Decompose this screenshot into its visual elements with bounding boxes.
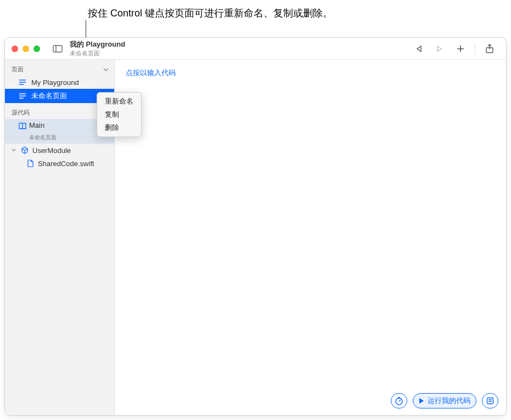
sidebar-file-sharedcode[interactable]: SharedCode.swift: [5, 157, 114, 170]
share-icon: [485, 44, 494, 54]
source-header-label: 源代码: [12, 109, 30, 117]
callout-text: 按住 Control 键点按页面可进行重新命名、复制或删除。: [88, 7, 333, 20]
svg-point-11: [396, 398, 402, 405]
sidebar-item-label: My Playground: [31, 78, 79, 87]
context-menu: 重新命名 复制 删除: [97, 92, 142, 137]
page-icon: [18, 78, 27, 87]
play-icon: [419, 398, 424, 404]
chevron-down-icon: [103, 66, 109, 73]
sidebar-page-my-playground[interactable]: My Playground: [5, 76, 114, 89]
book-icon: [18, 122, 27, 130]
plus-icon: [456, 44, 465, 53]
menu-item-duplicate[interactable]: 复制: [97, 108, 141, 121]
window-title: 我的 Playground: [70, 39, 412, 49]
nav-forward-button[interactable]: [433, 42, 446, 55]
zoom-window-button[interactable]: [33, 46, 40, 52]
traffic-lights: [12, 46, 40, 52]
chevron-down-icon: [12, 147, 17, 154]
minimize-window-button[interactable]: [23, 46, 29, 52]
sidebar-toggle-button[interactable]: [50, 43, 65, 55]
pages-header-label: 页面: [12, 65, 24, 73]
body: 页面 My Playground 未命名页面 源代码: [5, 60, 506, 415]
toolbar-divider: [475, 43, 475, 54]
module-icon: [20, 146, 29, 155]
toolbar-right: [412, 42, 499, 55]
sidebar-item-label: SharedCode.swift: [38, 160, 94, 168]
editor-area[interactable]: 点按以输入代码 运行我的代码: [115, 60, 506, 415]
sidebar-item-sublabel: 未命名页面: [29, 134, 57, 141]
swift-file-icon: [26, 159, 35, 168]
window-subtitle: 未命名页面: [70, 49, 412, 58]
results-button[interactable]: [482, 393, 498, 408]
share-button[interactable]: [483, 42, 496, 55]
title-block: 我的 Playground 未命名页面: [65, 39, 412, 58]
run-code-button[interactable]: 运行我的代码: [413, 393, 476, 408]
menu-item-rename[interactable]: 重新命名: [97, 95, 141, 108]
bottom-bar: 运行我的代码: [391, 393, 498, 408]
triangle-left-icon: [415, 45, 422, 53]
svg-rect-0: [53, 46, 62, 52]
list-icon: [486, 397, 494, 405]
page-icon: [18, 92, 27, 100]
gauge-icon: [395, 396, 403, 405]
app-window: 我的 Playground 未命名页面 页面: [4, 37, 507, 416]
sidebar-module-usermodule[interactable]: UserModule: [5, 144, 114, 157]
sidebar-item-label: UserModule: [32, 146, 71, 155]
titlebar: 我的 Playground 未命名页面: [5, 38, 506, 60]
sidebar-item-label: Main: [29, 121, 44, 129]
nav-back-button[interactable]: [412, 42, 425, 55]
menu-item-delete[interactable]: 删除: [97, 121, 141, 134]
close-window-button[interactable]: [12, 46, 18, 52]
pages-section-header[interactable]: 页面: [5, 63, 114, 76]
editor-placeholder[interactable]: 点按以输入代码: [126, 69, 176, 77]
triangle-right-icon: [436, 45, 443, 53]
add-button[interactable]: [454, 42, 467, 55]
sidebar-item-label: 未命名页面: [31, 91, 67, 101]
svg-rect-12: [487, 398, 493, 404]
timer-button[interactable]: [391, 393, 407, 408]
sidebar-icon: [53, 45, 63, 53]
run-button-label: 运行我的代码: [428, 396, 470, 406]
